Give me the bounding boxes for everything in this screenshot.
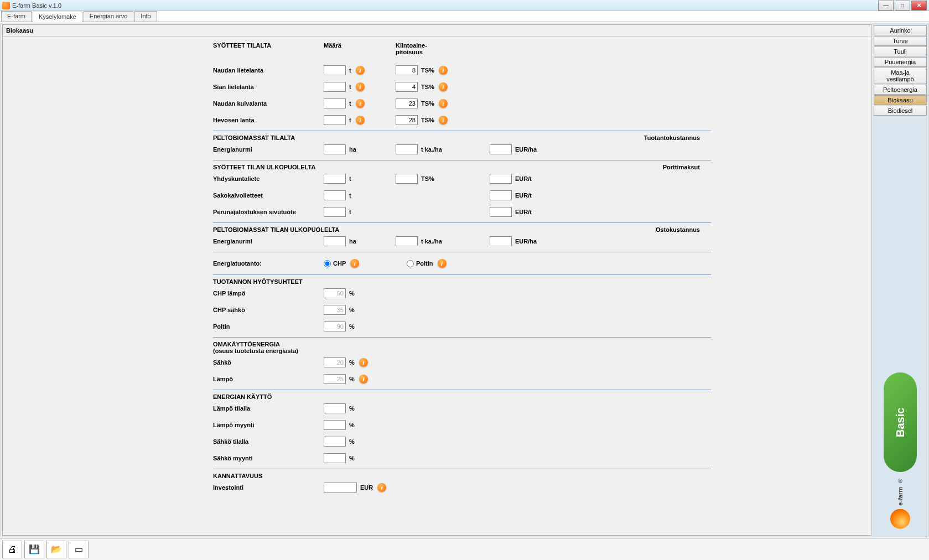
radio-poltin[interactable]	[407, 260, 414, 267]
label-hevosen-lanta: Hevosen lanta	[213, 117, 324, 123]
label-chp-lampo: CHP lämpö	[213, 290, 324, 297]
section-kannattavuus: KANNATTAVUUS	[213, 473, 711, 479]
sidebar-item-turve[interactable]: Turve	[874, 36, 927, 46]
input-lampo-myynti[interactable]	[324, 420, 346, 430]
section-tuotannon-hyotysuhteet: TUOTANNON HYÖTYSUHTEET	[213, 278, 711, 285]
label-energianurmi-farm: Energianurmi	[213, 146, 324, 153]
info-icon[interactable]: i	[438, 259, 447, 268]
info-icon[interactable]: i	[356, 66, 365, 75]
info-icon[interactable]: i	[356, 82, 365, 91]
logo-basic: Basic	[884, 372, 917, 472]
minimize-button[interactable]: —	[878, 1, 894, 11]
input-chp-lampo	[324, 288, 346, 298]
input-sahko-own	[324, 357, 346, 367]
info-icon[interactable]: i	[350, 259, 359, 268]
header-kiintoaine: Kiintoaine- pitoisuus	[390, 42, 490, 55]
input-naudan-lietelanta-ts[interactable]	[396, 65, 418, 75]
header-syotteet: SYÖTTEET TILALTA	[213, 42, 324, 55]
info-icon[interactable]: i	[439, 82, 448, 91]
input-yhdyskuntaliete-ts[interactable]	[396, 174, 418, 184]
input-sahko-myynti[interactable]	[324, 453, 346, 463]
input-energianurmi-tka[interactable]	[396, 144, 418, 154]
label-sahko-myynti: Sähkö myynti	[213, 455, 324, 462]
info-icon[interactable]: i	[356, 116, 365, 125]
print-button[interactable]: 🖨	[2, 541, 22, 558]
tabbar: E-farm Kyselylomake Energian arvo Info	[0, 11, 929, 22]
save-button[interactable]: 💾	[24, 541, 44, 558]
tab-info[interactable]: Info	[134, 11, 157, 22]
tab-energian-arvo[interactable]: Energian arvo	[84, 11, 134, 22]
radio-chp[interactable]	[324, 260, 331, 267]
info-icon[interactable]: i	[356, 99, 365, 108]
label-sahko-tilalla: Sähkö tilalla	[213, 438, 324, 445]
sidebar-item-biodiesel[interactable]: Biodiesel	[874, 106, 927, 116]
label-chp-sahko: CHP sähkö	[213, 307, 324, 313]
input-chp-sahko	[324, 305, 346, 315]
input-lampo-tilalla[interactable]	[324, 403, 346, 413]
section-peltobiomassat-ulkopuolelta: PELTOBIOMASSAT TILAN ULKOPUOLELTA	[213, 226, 339, 233]
sidebar-item-tuuli[interactable]: Tuuli	[874, 46, 927, 56]
input-energianurmi-ha[interactable]	[324, 144, 346, 154]
sidebar-item-peltoenergia[interactable]: Peltoenergia	[874, 85, 927, 95]
flame-icon	[890, 509, 910, 529]
form-content: SYÖTTEET TILALTA Määrä Kiintoaine- pitoi…	[3, 37, 871, 535]
input-energianurmi-ext-tka[interactable]	[396, 236, 418, 246]
section-syotteet-ulkopuolelta: SYÖTTEET TILAN ULKOPUOLELTA	[213, 164, 315, 170]
logo-efarm: e-farm ®	[881, 478, 920, 529]
label-ostokustannus: Ostokustannus	[656, 226, 700, 233]
input-hevosen-lanta-ts[interactable]	[396, 115, 418, 125]
input-energianurmi-eur[interactable]	[490, 144, 512, 154]
input-sahko-tilalla[interactable]	[324, 437, 346, 447]
info-icon[interactable]: i	[439, 99, 448, 108]
input-naudan-kuivalanta-amount[interactable]	[324, 98, 346, 108]
input-sakokaivolietteet-eur[interactable]	[490, 190, 512, 200]
tab-kyselylomake[interactable]: Kyselylomake	[33, 12, 82, 22]
info-icon[interactable]: i	[359, 358, 368, 367]
close-button[interactable]: ✕	[911, 1, 927, 11]
sidebar-item-puuenergia[interactable]: Puuenergia	[874, 57, 927, 67]
page-title: Biokaasu	[3, 25, 871, 37]
sidebar-item-biokaasu[interactable]: Biokaasu	[874, 95, 927, 105]
label-sahko-own: Sähkö	[213, 359, 324, 366]
titlebar: E-farm Basic v.1.0 — □ ✕	[0, 0, 929, 11]
sidebar-item-aurinko[interactable]: Aurinko	[874, 25, 927, 35]
input-investointi[interactable]	[324, 483, 357, 492]
info-icon[interactable]: i	[439, 66, 448, 75]
input-naudan-kuivalanta-ts[interactable]	[396, 98, 418, 108]
label-investointi: Investointi	[213, 484, 324, 491]
battery-button[interactable]: ▭	[69, 541, 89, 558]
info-icon[interactable]: i	[359, 375, 368, 383]
input-energianurmi-ext-eur[interactable]	[490, 236, 512, 246]
input-yhdyskuntaliete-eur[interactable]	[490, 174, 512, 184]
label-yhdyskuntaliete: Yhdyskuntaliete	[213, 175, 324, 182]
label-tuotantokustannus: Tuotantokustannus	[644, 134, 700, 141]
open-button[interactable]: 📂	[46, 541, 66, 558]
section-peltobiomassat-tilalta: PELTOBIOMASSAT TILALTA	[213, 134, 295, 141]
info-icon[interactable]: i	[439, 116, 448, 125]
label-lampo-myynti: Lämpö myynti	[213, 422, 324, 428]
label-energianurmi-ext: Energianurmi	[213, 238, 324, 245]
app-icon	[2, 2, 10, 9]
tab-efarm[interactable]: E-farm	[1, 11, 32, 22]
label-porttimaksut: Porttimaksut	[663, 164, 700, 170]
input-perunajalostuksen-t[interactable]	[324, 207, 346, 217]
input-perunajalostuksen-eur[interactable]	[490, 207, 512, 217]
label-lampo-tilalla: Lämpö tilalla	[213, 405, 324, 412]
input-yhdyskuntaliete-t[interactable]	[324, 174, 346, 184]
sidebar-item-maa-vesilampo[interactable]: Maa-ja vesilämpö	[874, 68, 927, 84]
section-omakayto: OMAKÄYTTÖENERGIA(osuus tuotetusta energi…	[213, 341, 298, 354]
label-lampo-own: Lämpö	[213, 376, 324, 382]
input-sian-lietelanta-ts[interactable]	[396, 82, 418, 92]
section-energian-kaytto: ENERGIAN KÄYTTÖ	[213, 393, 711, 400]
info-icon[interactable]: i	[377, 483, 386, 492]
input-naudan-lietelanta-amount[interactable]	[324, 65, 346, 75]
input-hevosen-lanta-amount[interactable]	[324, 115, 346, 125]
input-sian-lietelanta-amount[interactable]	[324, 82, 346, 92]
window-title: E-farm Basic v.1.0	[12, 2, 61, 9]
input-lampo-own	[324, 374, 346, 384]
maximize-button[interactable]: □	[895, 1, 910, 11]
label-energiatuotanto: Energiatuotanto:	[213, 260, 324, 267]
input-energianurmi-ext-ha[interactable]	[324, 236, 346, 246]
label-poltin-eff: Poltin	[213, 323, 324, 330]
input-sakokaivolietteet-t[interactable]	[324, 190, 346, 200]
